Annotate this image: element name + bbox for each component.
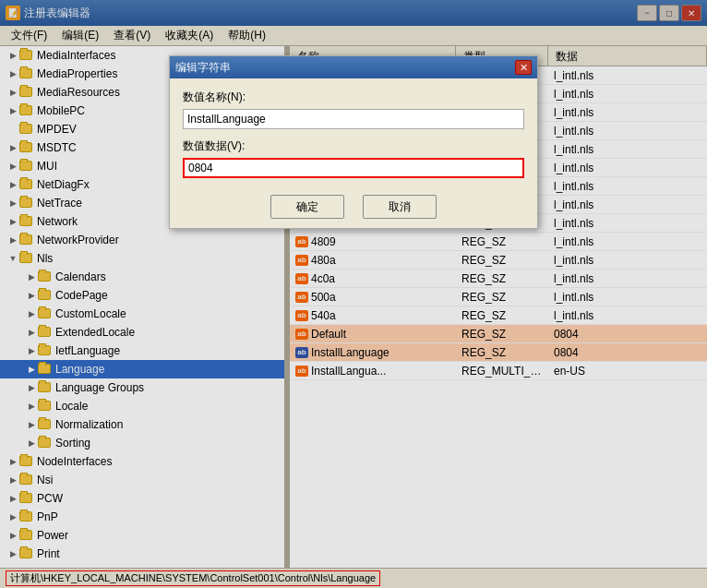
dialog-body: 数值名称(N): 数值数据(V): 确定 取消 bbox=[170, 78, 537, 228]
cancel-button[interactable]: 取消 bbox=[363, 195, 437, 219]
name-input[interactable] bbox=[183, 109, 524, 129]
name-label: 数值名称(N): bbox=[183, 90, 524, 105]
dialog-overlay: 编辑字符串 ✕ 数值名称(N): 数值数据(V): 确定 取消 bbox=[0, 0, 707, 588]
dialog-buttons: 确定 取消 bbox=[183, 195, 524, 219]
dialog-title: 编辑字符串 bbox=[175, 60, 515, 76]
ok-button[interactable]: 确定 bbox=[270, 195, 344, 219]
dialog-close-button[interactable]: ✕ bbox=[515, 60, 532, 75]
data-input[interactable] bbox=[183, 158, 524, 178]
dialog-title-bar: 编辑字符串 ✕ bbox=[170, 56, 537, 78]
edit-string-dialog: 编辑字符串 ✕ 数值名称(N): 数值数据(V): 确定 取消 bbox=[169, 55, 538, 229]
data-label: 数值数据(V): bbox=[183, 138, 524, 154]
